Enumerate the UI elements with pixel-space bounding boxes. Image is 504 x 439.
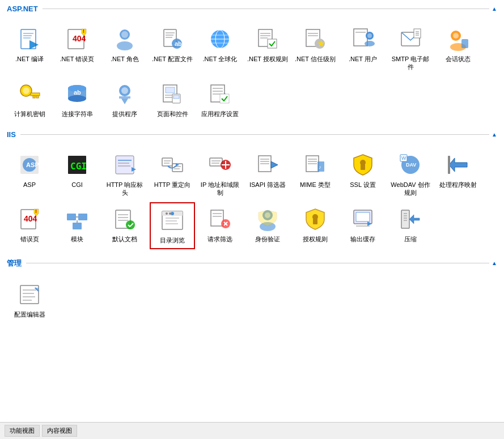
section-title-manage: 管理 [7, 258, 22, 268]
icon-item-conn-str[interactable]: ab 连接字符串 [54, 77, 100, 121]
icon-item-net-role[interactable]: .NET 角色 [102, 22, 147, 75]
icon-img-req-filter [206, 206, 234, 233]
icon-label-ssl: SSL 设置 [350, 181, 375, 189]
svg-rect-71 [220, 94, 229, 103]
section-iis: IIS▲ ASP ASP CGI CGI HTTP 响应标头 HTTP 重定向 [7, 130, 497, 252]
icon-item-ip-domain[interactable]: IP 地址和域限制 [197, 148, 243, 201]
section-manage: 管理▲ 配置编辑器 [7, 258, 497, 324]
icon-label-handler: 处理程序映射 [439, 181, 477, 189]
svg-rect-77 [116, 156, 134, 174]
icon-item-provider[interactable]: 提供程序 [102, 77, 147, 121]
icon-item-auth[interactable]: 身份验证 [245, 202, 290, 249]
icon-label-cgi: CGI [71, 181, 83, 189]
icon-item-net-compile[interactable]: .NET 编译 [7, 22, 52, 75]
svg-rect-107 [361, 164, 365, 170]
icon-label-net-config: .NET 配置文件 [152, 55, 193, 63]
bottom-tab-content-view[interactable]: 内容视图 [42, 425, 77, 437]
icon-item-net-global[interactable]: .NET 全球化 [197, 22, 243, 75]
icon-item-machine-key[interactable]: 计算机密钥 [7, 77, 52, 121]
icon-label-output-cache: 输出缓存 [350, 235, 375, 243]
icon-item-authz[interactable]: 授权规则 [293, 202, 338, 249]
icon-img-session [444, 25, 472, 53]
icon-item-default-doc[interactable]: 默认文档 [102, 202, 147, 249]
svg-marker-59 [121, 99, 128, 104]
svg-point-54 [68, 95, 86, 102]
icon-label-app-settings: 应用程序设置 [201, 110, 239, 118]
icon-item-net-error[interactable]: 404 ! .NET 错误页 [54, 22, 100, 75]
svg-rect-89 [210, 158, 222, 166]
icon-item-net-config[interactable]: ab .NET 配置文件 [150, 22, 195, 75]
icon-item-output-cache[interactable]: 输出缓存 [340, 202, 386, 249]
icon-label-conn-str: 连接字符串 [62, 110, 93, 118]
icon-item-ssl[interactable]: SSL 设置 [340, 148, 386, 201]
icon-img-compress [397, 206, 424, 233]
icon-label-authz: 授权规则 [303, 235, 328, 243]
icon-img-provider [111, 80, 138, 108]
icon-img-http-redirect [159, 151, 186, 178]
svg-rect-113 [448, 156, 450, 174]
svg-rect-60 [119, 96, 130, 99]
icon-label-net-trust: .NET 信任级别 [295, 55, 336, 63]
icon-item-pages[interactable]: 页面和控件 [150, 77, 195, 121]
icon-item-handler[interactable]: 处理程序映射 [435, 148, 481, 201]
section-title-aspnet: ASP.NET [7, 5, 38, 13]
icon-item-webdav[interactable]: DAV W WebDAV 创作规则 [388, 148, 433, 201]
icon-item-req-filter[interactable]: 请求筛选 [197, 202, 243, 249]
icon-label-config-editor: 配置编辑器 [14, 310, 45, 318]
icon-label-dir-browse: 目录浏览 [160, 236, 185, 244]
svg-marker-156 [409, 215, 420, 224]
icon-img-net-global [206, 25, 234, 53]
icon-item-isapi[interactable]: ISAPI 筛选器 [245, 148, 290, 201]
section-line-manage [26, 263, 489, 263]
section-line-aspnet [43, 8, 489, 9]
icon-img-default-doc [111, 206, 138, 233]
icon-item-net-user[interactable]: .NET 用户 [340, 22, 386, 75]
icon-item-session[interactable]: 会话状态 [435, 22, 481, 75]
icon-item-http-redirect[interactable]: HTTP 重定向 [150, 148, 195, 201]
svg-point-58 [121, 87, 128, 94]
svg-rect-118 [67, 214, 76, 220]
icon-img-cgi: CGI [63, 151, 91, 178]
icon-item-modules[interactable]: 模块 [54, 202, 100, 249]
icon-img-ip-domain [206, 151, 234, 178]
icon-img-modules [63, 206, 91, 233]
section-title-iis: IIS [7, 130, 16, 139]
icon-item-net-auth[interactable]: .NET 授权规则 [245, 22, 290, 75]
section-collapse-manage[interactable]: ▲ [492, 260, 497, 266]
icon-img-error-page: 404 ! [16, 206, 43, 233]
svg-text:ab: ab [175, 40, 182, 47]
svg-text:!: ! [83, 28, 84, 34]
icon-item-http-response[interactable]: HTTP 响应标头 [102, 148, 147, 201]
icon-label-net-role: .NET 角色 [111, 55, 139, 63]
icon-item-asp[interactable]: ASP ASP [7, 148, 52, 201]
icon-label-mime: MIME 类型 [300, 181, 331, 189]
section-header-aspnet: ASP.NET▲ [7, 5, 497, 15]
icon-label-machine-key: 计算机密钥 [14, 110, 45, 118]
icon-item-error-page[interactable]: 404 ! 错误页 [7, 202, 52, 249]
section-collapse-iis[interactable]: ▲ [492, 131, 497, 138]
icon-img-net-auth [254, 25, 281, 53]
icon-item-config-editor[interactable]: 配置编辑器 [7, 278, 52, 322]
svg-text:ASP: ASP [26, 161, 39, 168]
icon-label-modules: 模块 [71, 235, 83, 243]
icon-item-smtp[interactable]: SMTP 电子邮件 [388, 22, 433, 75]
icon-item-compress[interactable]: 压缩 [388, 202, 433, 249]
icon-label-smtp: SMTP 电子邮件 [390, 55, 431, 71]
icon-item-mime[interactable]: ♪ MIME 类型 [293, 148, 338, 201]
bottom-bar: 功能视图内容视图 [0, 422, 504, 439]
bottom-tab-feature-view[interactable]: 功能视图 [5, 425, 40, 437]
content-area[interactable]: ASP.NET▲ .NET 编译 404 ! .NET 错误页 .NET 角色 … [0, 0, 504, 422]
icon-label-asp: ASP [23, 181, 36, 189]
icon-label-compress: 压缩 [404, 235, 417, 243]
icon-item-net-trust[interactable]: ★ .NET 信任级别 [293, 22, 338, 75]
svg-rect-119 [78, 214, 87, 220]
svg-rect-146 [313, 219, 317, 224]
svg-rect-148 [356, 212, 370, 221]
svg-marker-112 [449, 158, 467, 172]
icon-item-dir-browse[interactable]: 目录浏览 [150, 202, 195, 249]
svg-text:♪: ♪ [319, 164, 321, 170]
icon-item-cgi[interactable]: CGI CGI [54, 148, 100, 201]
icon-item-app-settings[interactable]: 应用程序设置 [197, 77, 243, 121]
section-header-iis: IIS▲ [7, 130, 497, 141]
section-collapse-aspnet[interactable]: ▲ [492, 6, 497, 12]
